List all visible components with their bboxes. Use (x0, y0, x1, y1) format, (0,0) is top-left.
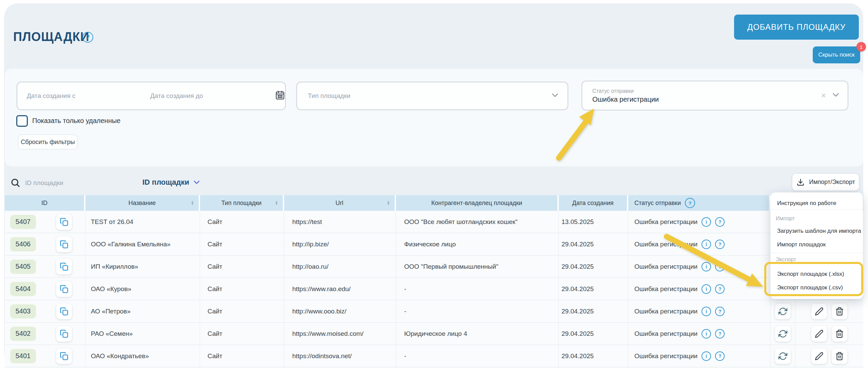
sort-icon[interactable]: ▲▼ (275, 201, 278, 205)
row-status: Ошибка регистрацииi? (628, 345, 770, 367)
col-header-id: ID (5, 195, 85, 211)
delete-icon (835, 329, 844, 338)
menu-item-import-platforms[interactable]: Импорт площадок (770, 239, 863, 251)
add-platform-button[interactable]: ДОБАВИТЬ ПЛОЩАДКУ (734, 15, 859, 40)
copy-id-button[interactable] (56, 214, 72, 230)
copy-id-button[interactable] (56, 237, 72, 252)
sort-icon[interactable]: ▲▼ (387, 201, 390, 205)
help-icon[interactable]: ? (715, 262, 725, 271)
clear-icon[interactable]: × (821, 91, 826, 100)
search-field-selector[interactable]: ID площадки (142, 178, 201, 187)
search-input[interactable] (24, 177, 127, 189)
delete-button[interactable] (832, 326, 847, 342)
help-icon[interactable]: ? (685, 198, 695, 208)
info-icon[interactable]: i (702, 329, 711, 339)
copy-id-button[interactable] (56, 348, 72, 364)
row-type: Сайт (200, 323, 284, 345)
table-rows: 5407TEST от 26.04Сайтhttps://testООО "Вс… (5, 211, 863, 368)
chevron-down-icon[interactable] (550, 90, 560, 102)
resend-icon (778, 329, 787, 338)
status-text: Ошибка регистрации (634, 263, 697, 270)
actions-cell (795, 345, 863, 367)
import-export-menu: Инструкция по работе Импорт Загрузить ша… (770, 192, 863, 299)
info-icon[interactable]: i (702, 307, 711, 316)
edit-button[interactable] (811, 304, 827, 319)
row-created: 29.04.2025 (559, 255, 628, 278)
reset-filters-button[interactable]: Сбросить фильтры (18, 135, 78, 149)
copy-id-button[interactable] (56, 304, 72, 319)
help-icon[interactable]: ? (715, 351, 725, 361)
resend-button[interactable] (775, 326, 791, 342)
help-icon[interactable]: ? (715, 284, 725, 294)
platform-type-field[interactable] (296, 82, 568, 110)
help-icon[interactable]: ? (715, 307, 725, 316)
copy-icon (59, 307, 69, 316)
row-id: 5405 (10, 260, 36, 274)
table-row: 5406ООО «Галкина Емельяна»Сайтhttp://ip.… (5, 233, 863, 255)
chevron-down-icon[interactable] (831, 90, 841, 101)
info-icon[interactable]: i (702, 284, 711, 294)
row-name: ООО «Галкина Емельяна» (85, 233, 200, 255)
menu-item-instruction[interactable]: Инструкция по работе (770, 197, 863, 209)
info-icon[interactable]: i (702, 351, 711, 361)
calendar-icon[interactable] (275, 90, 285, 102)
info-icon[interactable]: i (702, 217, 711, 227)
sort-icon[interactable]: ▲▼ (191, 201, 194, 205)
search-icon (10, 178, 20, 189)
row-status: Ошибка регистрацииi? (628, 300, 770, 322)
resend-button[interactable] (775, 304, 791, 319)
row-id: 5402 (10, 327, 36, 341)
date-to-input[interactable] (150, 92, 263, 100)
table-row: 5403АО «Петров»Сайтhttp://www.ooo.biz/-2… (5, 300, 863, 323)
row-status: Ошибка регистрацииi? (628, 323, 770, 345)
menu-item-export-xlsx[interactable]: Экспорт площадок (.xlsx) (770, 268, 863, 281)
status-text: Ошибка регистрации (634, 285, 697, 293)
resend-button[interactable] (775, 348, 791, 364)
help-icon[interactable]: ? (715, 240, 725, 249)
table-row: 5405ИП «Кириллов»Сайтhttp://oao.ru/ООО "… (5, 255, 863, 278)
status-text: Ошибка регистрации (634, 308, 697, 315)
resend-icon (778, 307, 787, 316)
copy-id-button[interactable] (56, 281, 72, 297)
page-help-icon[interactable]: ? (82, 32, 93, 43)
date-from-input[interactable] (26, 92, 139, 100)
menu-item-load-template[interactable]: Загрузить шаблон для импорта (770, 225, 863, 237)
table-row: 5407TEST от 26.04Сайтhttps://testООО "Вс… (5, 211, 863, 233)
delete-button[interactable] (832, 348, 847, 364)
edit-button[interactable] (811, 348, 827, 364)
status-text: Ошибка регистрации (634, 241, 697, 248)
platform-type-input[interactable] (307, 92, 512, 100)
show-deleted-checkbox[interactable] (16, 115, 28, 127)
help-icon[interactable]: ? (715, 217, 725, 227)
row-name: ОАО «Кондратьев» (85, 345, 200, 367)
row-name: ОАО «Куров» (85, 278, 200, 300)
info-icon[interactable]: i (702, 262, 711, 271)
resend-cell (770, 323, 795, 345)
date-range-field[interactable] (17, 82, 286, 110)
help-icon[interactable]: ? (715, 329, 725, 339)
search-field-selector-label: ID площадки (142, 178, 189, 187)
menu-item-export-csv[interactable]: Экспорт площадок (.csv) (770, 281, 863, 294)
table-row: 5401ОАО «Кондратьев»Сайтhttps://odintsov… (5, 345, 863, 367)
delete-button[interactable] (832, 304, 847, 319)
hide-search-badge: 1 (856, 42, 866, 52)
import-export-label: Импорт/Экспорт (809, 179, 855, 186)
row-created: 29.04.2025 (559, 233, 628, 255)
row-owner: Физическое лицо (396, 233, 559, 255)
row-status: Ошибка регистрацииi? (628, 233, 770, 255)
menu-section-import: Импорт (770, 213, 863, 224)
hide-search-button[interactable]: Скрыть поиск (813, 46, 860, 63)
edit-button[interactable] (811, 326, 827, 342)
info-icon[interactable]: i (702, 240, 711, 249)
import-export-button[interactable]: Импорт/Экспорт (792, 174, 859, 190)
edit-icon (815, 329, 824, 338)
menu-section-export: Экспорт (770, 255, 863, 264)
edit-icon (815, 352, 824, 361)
row-id: 5404 (10, 282, 36, 296)
send-status-field[interactable]: Статус отправки Ошибка регистрации × (581, 81, 848, 110)
delete-icon (835, 307, 844, 316)
copy-id-button[interactable] (56, 326, 72, 342)
copy-id-button[interactable] (56, 259, 72, 274)
col-header-name: Название ▲▼ (85, 195, 200, 211)
row-owner: - (396, 345, 559, 367)
